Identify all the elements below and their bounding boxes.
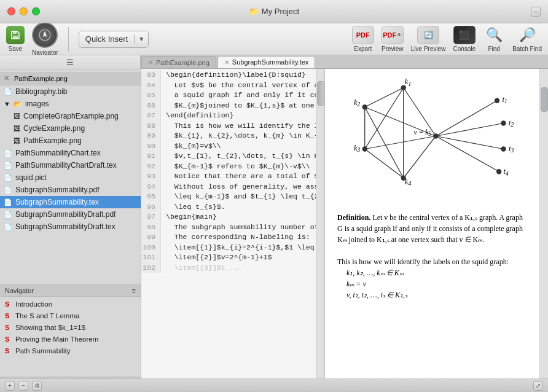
svg-text:t4: t4 [503,167,509,176]
maximize-button[interactable] [32,7,40,15]
path-tab-close[interactable]: ✕ [4,74,9,82]
preview-label: Preview [382,45,404,52]
nav-s-icon: S [5,312,12,319]
sidebar-tab-1[interactable]: ☰ [0,55,141,69]
tree-item-label: squid.pict [15,173,47,182]
svg-line-10 [364,136,436,149]
preview-content: k1 k2 k3 k4 v = k5 t1 t2 t3 t4 [325,69,539,392]
nav-item-proving[interactable]: S Proving the Main Theorem [0,333,141,345]
batch-find-button[interactable]: 🔎 Batch Find [512,26,542,52]
preview-area: k1 k2 k3 k4 v = k5 t1 t2 t3 t4 [324,69,539,392]
svg-point-24 [501,120,506,125]
tab-label: PathExample.png [156,59,209,66]
nav-s-icon: S [5,335,12,343]
tab-pathexample[interactable]: ✕ PathExample.png [141,56,216,68]
tree-item-label: Bibliography.bib [15,87,68,96]
titlebar-right: – [531,7,541,17]
tree-item-psummchartdraft[interactable]: 📄 PathSummabilityChartDraft.tex [0,159,141,171]
nav-item-label: Showing that $k_1=1$ [15,324,85,331]
export-icon: PDF [352,26,374,44]
code-lines: 83\begin{definition}\label{D:squid} 84 L… [141,69,316,274]
live-preview-icon: 🔄 [417,26,439,44]
navigator-button[interactable]: Navigator [32,22,58,56]
folder-icon: 📁 [249,7,259,16]
tree-item-label: SubgraphSummability.tex [15,198,99,206]
tree-item-path[interactable]: 🖼 PathExample.png [10,135,141,147]
code-line: 87\end{definition} [141,111,316,121]
tree-item-label: PathExample.png [23,136,82,145]
statusbar: + − ⚙ ⤢ [0,378,548,392]
live-preview-button[interactable]: 🔄 Live Preview [411,26,446,52]
console-icon: ⬛ [453,26,476,44]
tree-item-images[interactable]: ▼ 📂 images [0,98,141,110]
tree-item-label: CompleteGraphExample.png [23,112,119,120]
svg-text:k2: k2 [353,98,360,108]
quick-insert-button[interactable]: Quick Insert ▼ [79,31,149,48]
file-tree: ✕ PathExample.png 📄 Bibliography.bib ▼ 📂… [0,69,141,284]
statusbar-settings-button[interactable]: ⚙ [32,381,42,391]
tree-item-label: CycleExample.png [23,124,85,133]
tab-subgraph[interactable]: ✕ SubgraphSummability.tex [217,56,316,68]
preview-button[interactable]: PDF 👁 Preview [382,26,404,52]
svg-text:v = k5: v = k5 [413,128,431,137]
export-button[interactable]: PDF Export [352,26,374,52]
tree-item-label: SubgraphSummabilityDraft.pdf [15,210,115,219]
console-button[interactable]: ⬛ Console [453,26,476,52]
code-editor[interactable]: 83\begin{definition}\label{D:squid} 84 L… [141,69,316,392]
nav-item-path[interactable]: S Path Summability [0,345,141,356]
editor-area: ✕ PathExample.png ✕ SubgraphSummability.… [141,55,548,392]
file-icon: 📄 [4,162,12,170]
statusbar-expand-button[interactable]: ⤢ [533,381,543,391]
code-line: 94 Without loss of generality, we assume… [141,182,316,192]
tree-item-label: PathSummabilityChart.tex [15,149,101,157]
navigator-header: Navigator ≡ [0,285,141,297]
tree-item-label: images [25,100,49,108]
code-line: 102 \item[{3}]$t_... [141,263,316,273]
nav-s-icon: S [5,300,12,308]
nav-item-intro[interactable]: S Introduction [0,298,141,310]
tree-item-cycle[interactable]: 🖼 CycleExample.png [10,122,141,135]
tab-close-icon[interactable]: ✕ [224,59,229,66]
tree-item-subgraph-draft-tex[interactable]: 📄 SubgraphSummabilityDraft.tex [0,221,141,233]
tree-item-squid[interactable]: 📄 squid.pict [0,171,141,184]
navigator-menu-icon[interactable]: ≡ [132,287,136,294]
svg-point-20 [362,146,367,151]
svg-point-26 [496,169,501,174]
preview-math3: v, t₁, t₂, …, tₛ ∈ K₁,ₛ [346,289,527,300]
tree-item-bib[interactable]: 📄 Bibliography.bib [0,85,141,98]
tree-item-subgraph-draft-pdf[interactable]: 📄 SubgraphSummabilityDraft.pdf [0,208,141,221]
minimize-button[interactable] [20,7,28,15]
titlebar: 📁 My Project – [0,0,548,23]
code-line: 85 a squid graph if and only if it consi… [141,90,316,101]
save-button[interactable]: Save [6,26,25,52]
svg-text:t1: t1 [502,95,507,104]
svg-text:t3: t3 [508,144,514,154]
nav-item-showing[interactable]: S Showing that $k_1=1$ [0,321,141,333]
scrollbar-thumb[interactable] [317,81,324,106]
find-button[interactable]: 🔍 Find [483,26,505,52]
folder-expand-icon: ▼ [4,100,10,108]
tree-item-psummchart[interactable]: 📄 PathSummabilityChart.tex [0,147,141,159]
toolbar: Save Navigator Quick Insert ▼ PDF Export… [0,23,548,55]
preview-scrollbar-thumb[interactable] [541,87,548,112]
sidebar: ☰ ✕ PathExample.png 📄 Bibliography.bib ▼… [0,55,141,392]
collapse-button[interactable]: – [531,7,541,17]
statusbar-remove-button[interactable]: − [18,381,28,391]
nav-s-icon: S [5,324,12,331]
nav-item-label: Path Summability [15,347,70,355]
preview-scrollbar[interactable] [539,69,548,392]
editor-scrollbar[interactable] [316,69,324,392]
quick-insert-label: Quick Insert [79,34,135,44]
sidebar-tabs: ☰ [0,55,141,69]
tree-item-label: SubgraphSummability.pdf [15,186,100,194]
statusbar-add-button[interactable]: + [5,381,15,391]
nav-item-st[interactable]: S The S and T Lemma [0,310,141,321]
svg-line-6 [436,136,503,149]
find-label: Find [488,45,499,52]
tree-item-complete[interactable]: 🖼 CompleteGraphExample.png [10,110,141,122]
code-line: 100 \item[{1}]$k_{i}=2^{i-1}$,$1 \leq i … [141,243,316,253]
tree-item-subgraph-tex[interactable]: 📄 SubgraphSummability.tex [0,196,141,208]
tab-close-icon[interactable]: ✕ [148,59,153,66]
tree-item-subgraph-pdf[interactable]: 📄 SubgraphSummability.pdf [0,184,141,196]
close-button[interactable] [7,7,15,15]
